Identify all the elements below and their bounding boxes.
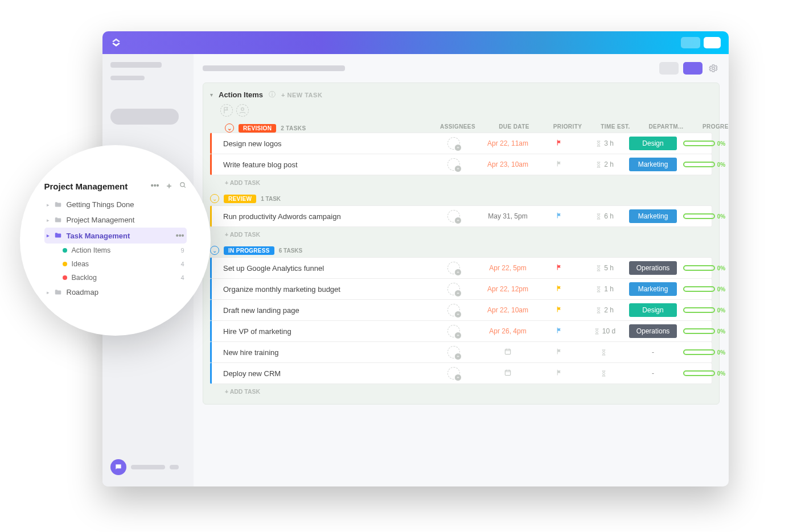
due-date[interactable]: Apr 26, 4pm xyxy=(479,327,536,335)
gear-icon[interactable] xyxy=(707,62,720,75)
progress-cell[interactable]: 0% xyxy=(679,307,729,314)
col-time-est[interactable]: TIME EST. xyxy=(593,123,638,133)
task-name[interactable]: Set up Google Analytics funnel xyxy=(223,264,428,273)
assignee-add-icon[interactable] xyxy=(447,210,460,222)
col-assignees[interactable]: ASSIGNEES xyxy=(432,123,483,133)
task-name[interactable]: Hire VP of marketing xyxy=(223,327,428,336)
assignee-add-icon[interactable] xyxy=(447,262,460,274)
sidebar-item-placeholder[interactable] xyxy=(110,62,162,68)
assignee-add-icon[interactable] xyxy=(447,137,460,150)
col-department[interactable]: DEPARTM... xyxy=(640,123,692,133)
progress-cell[interactable]: 0% xyxy=(679,328,729,335)
task-row[interactable]: Run productivity Adwords campaign May 31… xyxy=(210,205,712,227)
col-due-date[interactable]: DUE DATE xyxy=(486,123,543,133)
priority-flag-icon[interactable] xyxy=(536,139,582,148)
chat-icon[interactable] xyxy=(110,459,126,475)
department-tag[interactable]: Marketing xyxy=(629,158,677,171)
assignee-add-icon[interactable] xyxy=(236,104,249,117)
sidebar-list-item[interactable]: Action Items9 xyxy=(60,244,187,257)
task-row[interactable]: New hire training - 0% xyxy=(210,341,712,363)
department-tag[interactable]: Operations xyxy=(629,324,677,338)
progress-cell[interactable]: 0% xyxy=(679,349,729,356)
task-row[interactable]: Hire VP of marketing Apr 26, 4pm 10 d Op… xyxy=(210,320,712,342)
assignee-add-icon[interactable] xyxy=(447,367,460,380)
priority-flag-icon[interactable] xyxy=(536,306,582,315)
more-icon[interactable]: ••• xyxy=(151,181,159,191)
sidebar-search[interactable] xyxy=(110,109,179,125)
department-tag[interactable]: Marketing xyxy=(629,282,677,296)
task-row[interactable]: Draft new landing page Apr 22, 10am 2 h … xyxy=(210,299,712,321)
due-date[interactable]: May 31, 5pm xyxy=(479,212,536,220)
time-estimate[interactable] xyxy=(582,349,627,356)
panel-collapse-icon[interactable]: ▾ xyxy=(210,92,213,98)
task-name[interactable]: Run productivity Adwords campaign xyxy=(223,212,428,221)
task-row[interactable]: Deploy new CRM - 0% xyxy=(210,362,712,384)
due-date-empty-icon[interactable] xyxy=(479,369,536,378)
department-tag[interactable]: Marketing xyxy=(629,209,677,223)
more-icon[interactable]: ••• xyxy=(176,231,184,240)
department-tag[interactable]: - xyxy=(627,348,679,356)
group-collapse-icon[interactable]: ⌄ xyxy=(210,194,219,203)
task-row[interactable]: Organize monthly marketing budget Apr 22… xyxy=(210,278,712,300)
progress-cell[interactable]: 0% xyxy=(679,141,729,147)
task-row[interactable]: Set up Google Analytics funnel Apr 22, 5… xyxy=(210,257,712,279)
progress-cell[interactable]: 0% xyxy=(679,370,729,377)
priority-flag-icon[interactable] xyxy=(536,369,582,378)
task-name[interactable]: New hire training xyxy=(223,348,428,357)
due-date[interactable]: Apr 22, 11am xyxy=(479,139,536,147)
titlebar-button-b[interactable] xyxy=(704,37,721,48)
sidebar-folder[interactable]: ▸Task Management••• xyxy=(44,228,187,244)
assignee-add-icon[interactable] xyxy=(447,283,460,295)
status-chip[interactable]: REVISION xyxy=(239,124,276,133)
col-priority[interactable]: PRIORITY xyxy=(545,123,590,133)
priority-flag-icon[interactable] xyxy=(536,160,582,169)
assignee-add-icon[interactable] xyxy=(447,158,460,171)
time-estimate[interactable]: 2 h xyxy=(582,306,627,314)
group-collapse-icon[interactable]: ⌄ xyxy=(225,123,234,133)
view-toggle-a[interactable] xyxy=(659,62,679,75)
task-row[interactable]: Write feature blog post Apr 23, 10am 2 h… xyxy=(210,154,712,175)
status-chip[interactable]: IN PROGRESS xyxy=(224,246,274,255)
time-estimate[interactable]: 3 h xyxy=(582,139,627,147)
priority-flag-icon[interactable] xyxy=(536,327,582,336)
progress-cell[interactable]: 0% xyxy=(679,213,729,220)
add-task-button[interactable]: + ADD TASK xyxy=(210,383,712,401)
task-name[interactable]: Organize monthly marketing budget xyxy=(223,285,428,294)
status-chip[interactable]: REVIEW xyxy=(224,195,256,203)
assignee-add-icon[interactable] xyxy=(447,325,460,337)
task-name[interactable]: Design new logos xyxy=(223,139,428,148)
time-estimate[interactable]: 6 h xyxy=(582,212,627,220)
task-name[interactable]: Write feature blog post xyxy=(223,160,428,169)
titlebar-button-a[interactable] xyxy=(681,37,700,48)
priority-flag-icon[interactable] xyxy=(536,212,582,221)
department-tag[interactable]: Operations xyxy=(629,261,677,275)
due-date[interactable]: Apr 22, 5pm xyxy=(479,264,536,272)
sidebar-folder[interactable]: ▸Getting Things Done xyxy=(44,197,187,212)
new-task-button[interactable]: + NEW TASK xyxy=(281,92,322,98)
priority-flag-icon[interactable] xyxy=(536,263,582,273)
due-date[interactable]: Apr 22, 10am xyxy=(479,306,536,314)
department-tag[interactable]: Design xyxy=(629,137,677,150)
add-task-button[interactable]: + ADD TASK xyxy=(210,226,712,244)
progress-cell[interactable]: 0% xyxy=(679,265,729,271)
col-progress[interactable]: PROGRESS xyxy=(694,123,729,133)
add-task-button[interactable]: + ADD TASK xyxy=(210,175,712,192)
progress-cell[interactable]: 0% xyxy=(679,162,729,168)
time-estimate[interactable] xyxy=(582,370,627,377)
add-icon[interactable]: ＋ xyxy=(165,181,173,191)
due-date-empty-icon[interactable] xyxy=(479,348,536,357)
time-estimate[interactable]: 10 d xyxy=(582,327,627,335)
sidebar-item-placeholder[interactable] xyxy=(110,76,145,80)
search-icon[interactable] xyxy=(179,181,187,191)
flag-icon[interactable] xyxy=(220,104,233,117)
priority-flag-icon[interactable] xyxy=(536,348,582,357)
time-estimate[interactable]: 2 h xyxy=(582,160,627,168)
department-tag[interactable]: Design xyxy=(629,303,677,317)
sidebar-list-item[interactable]: Ideas4 xyxy=(60,257,187,271)
department-tag[interactable]: - xyxy=(627,369,679,377)
task-name[interactable]: Draft new landing page xyxy=(223,306,428,315)
sidebar-list-item[interactable]: Backlog4 xyxy=(60,271,187,284)
sidebar-folder[interactable]: ▸Project Management xyxy=(44,212,187,228)
due-date[interactable]: Apr 22, 12pm xyxy=(479,285,536,293)
group-collapse-icon[interactable]: ⌄ xyxy=(210,246,219,255)
